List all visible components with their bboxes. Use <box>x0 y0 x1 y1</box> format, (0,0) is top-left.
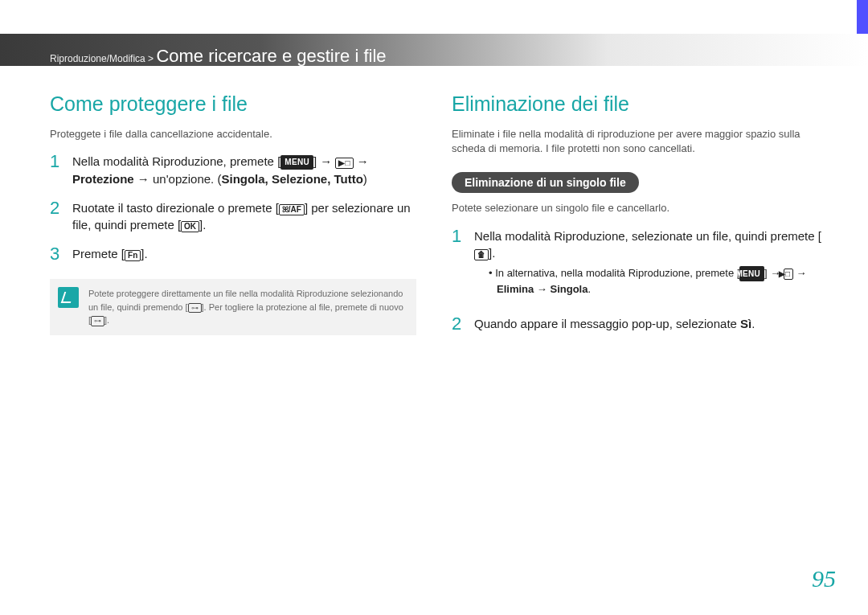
text: → <box>354 154 369 168</box>
text: ] → <box>313 154 336 168</box>
text: In alternativa, nella modalità Riproduzi… <box>495 267 739 279</box>
step-body: Ruotate il tasto direzionale o premete [… <box>72 199 420 235</box>
step-number: 2 <box>50 199 63 235</box>
left-intro: Proteggete i file dalla cancellazione ac… <box>50 127 420 141</box>
text: ]. <box>141 247 147 260</box>
ok-icon: OK <box>181 221 199 232</box>
breadcrumb-section: Riproduzione/Modifica > <box>50 53 156 64</box>
text: ) <box>363 172 367 186</box>
text: . <box>751 317 755 330</box>
step-body: Quando appare il messaggio pop-up, selez… <box>474 315 755 333</box>
tip-note: Potete proteggere direttamente un file n… <box>50 279 416 335</box>
menu-icon: MENU <box>739 266 764 281</box>
text-bold: Singola, Selezione, Tutto <box>221 172 362 186</box>
text: → <box>793 267 807 279</box>
text: ]. <box>489 246 495 260</box>
text: Quando appare il messaggio pop-up, selez… <box>474 317 740 330</box>
step-number: 2 <box>452 315 465 333</box>
text: Nella modalità Riproduzione, selezionate… <box>474 229 821 243</box>
text: Ruotate il tasto direzionale o premete [ <box>72 201 279 215</box>
right-intro: Eliminate i file nella modalità di ripro… <box>452 127 821 156</box>
text: → <box>534 283 550 295</box>
text-bold: Singola <box>550 283 588 295</box>
right-column: Eliminazione dei file Eliminate i file n… <box>452 92 821 344</box>
step-body: Premete [Fn]. <box>72 245 148 263</box>
right-step-1: 1 Nella modalità Riproduzione, seleziona… <box>452 228 821 304</box>
left-step-1: 1 Nella modalità Riproduzione, premete [… <box>50 153 420 188</box>
key-lock-icon: ⊶ <box>91 316 104 326</box>
manual-page: Riproduzione/Modifica > Come ricercare e… <box>0 0 868 615</box>
text: . <box>588 283 591 295</box>
flower-af-icon: ꕤ/AF <box>279 204 305 215</box>
left-step-2: 2 Ruotate il tasto direzionale o premete… <box>50 199 420 235</box>
note-icon <box>58 287 79 308</box>
fn-icon: Fn <box>125 250 141 261</box>
step-number: 3 <box>50 245 63 263</box>
page-number: 95 <box>812 565 836 592</box>
breadcrumb-title: Come ricercare e gestire i file <box>156 46 386 66</box>
text: ]. <box>199 218 206 232</box>
right-title: Eliminazione dei file <box>452 92 821 116</box>
text-bold: Protezione <box>72 172 134 186</box>
text: ]. <box>104 315 109 325</box>
text: Nella modalità Riproduzione, premete [ <box>72 154 280 168</box>
left-title: Come proteggere i file <box>50 92 420 116</box>
step-number: 1 <box>50 153 63 188</box>
right-step-2: 2 Quando appare il messaggio pop-up, sel… <box>452 315 821 333</box>
subsection-pill: Eliminazione di un singolo file <box>452 172 639 193</box>
step-number: 1 <box>452 228 465 304</box>
content-columns: Come proteggere i file Proteggete i file… <box>50 92 821 344</box>
step-body: Nella modalità Riproduzione, selezionate… <box>474 228 821 304</box>
left-step-3: 3 Premete [Fn]. <box>50 245 420 263</box>
key-lock-icon: ⊶ <box>188 303 202 314</box>
trash-icon: 🗑 <box>474 249 489 260</box>
step-body: Nella modalità Riproduzione, premete [ME… <box>72 153 420 188</box>
text-bold: Sì <box>740 317 751 330</box>
menu-icon: MENU <box>280 155 313 170</box>
text: Premete [ <box>72 247 125 260</box>
text: → un'opzione. ( <box>134 172 222 186</box>
playinfo-icon: ▶□ <box>784 269 793 280</box>
note-text: Potete proteggere direttamente un file n… <box>88 287 405 327</box>
playinfo-icon: ▶□ <box>335 158 353 169</box>
right-sub-intro: Potete selezionare un singolo file e can… <box>452 201 821 215</box>
alt-bullet: In alternativa, nella modalità Riproduzi… <box>489 265 821 297</box>
breadcrumb: Riproduzione/Modifica > Come ricercare e… <box>50 43 387 72</box>
section-tab <box>857 0 868 37</box>
text-bold: Elimina <box>497 283 534 295</box>
left-column: Come proteggere i file Proteggete i file… <box>50 92 420 344</box>
